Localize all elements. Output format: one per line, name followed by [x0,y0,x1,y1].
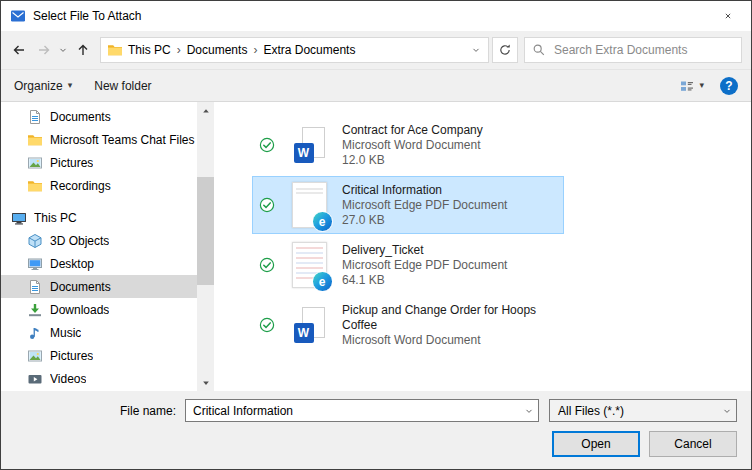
up-arrow-icon [75,42,91,58]
sidebar-item-this-pc[interactable]: This PC [1,206,197,229]
address-dropdown-button[interactable] [466,45,486,55]
search-box[interactable] [524,37,742,63]
file-name-input[interactable] [186,400,519,421]
sidebar-item-label: This PC [34,211,77,225]
sidebar-item-videos[interactable]: Videos [1,367,197,390]
close-button[interactable] [705,1,751,31]
search-icon [532,43,546,57]
sidebar-item-label: Recordings [50,179,111,193]
sidebar-item-label: Desktop [50,257,94,271]
sidebar-item-desktop[interactable]: Desktop [1,252,197,275]
sidebar-item-label: Music [50,326,81,340]
file-name-dropdown-button[interactable] [519,400,538,421]
folder-icon [27,178,43,194]
sidebar-item-label: 3D Objects [50,234,109,248]
file-type-select[interactable]: All Files (*.*) [549,399,737,422]
new-folder-label: New folder [94,79,151,93]
sidebar-item-documents[interactable]: Documents [1,275,197,298]
folder-icon [27,132,43,148]
file-icon-cell: e [280,239,338,291]
sidebar-item-3d-objects[interactable]: 3D Objects [1,229,197,252]
navigation-pane: Documents Microsoft Teams Chat Files Pic… [1,102,197,391]
sidebar-item-label: Microsoft Teams Chat Files [50,133,195,147]
file-name: Delivery_Ticket [342,243,557,258]
organize-label: Organize [14,79,63,93]
documents-icon [27,109,43,125]
scroll-up-button[interactable] [197,102,214,119]
forward-button[interactable] [31,38,56,63]
sidebar-item-music[interactable]: Music [1,321,197,344]
views-dropdown-button[interactable]: ▾ [699,81,704,90]
cancel-button[interactable]: Cancel [649,431,737,457]
file-icon-cell: W [280,119,338,171]
recent-locations-button[interactable] [56,38,70,63]
desktop-icon [27,256,43,272]
pictures-icon [27,348,43,364]
breadcrumb-this-pc[interactable]: This PC [123,38,176,62]
sidebar-item-label: Downloads [50,303,109,317]
help-icon: ? [725,79,732,93]
sync-status-icon [259,197,276,213]
change-view-icon[interactable] [679,78,695,94]
3d-objects-icon [27,233,43,249]
main-area: Documents Microsoft Teams Chat Files Pic… [1,102,751,391]
pdf-thumbnail: e [292,182,327,228]
pictures-icon [27,155,43,171]
word-badge: W [294,323,314,343]
file-row-contract-for-ace-company[interactable]: W Contract for Ace Company Microsoft Wor… [252,116,564,174]
chevron-down-icon [524,406,534,416]
new-folder-button[interactable]: New folder [94,79,151,93]
scrollbar-track[interactable] [197,119,214,374]
sidebar-item-pictures[interactable]: Pictures [1,344,197,367]
file-type-value: All Files (*.*) [558,404,717,418]
sidebar-item-microsoft-teams-chat-files[interactable]: Microsoft Teams Chat Files [1,128,197,151]
pdf-thumbnail: e [292,242,327,288]
chevron-down-icon: ▾ [68,81,73,90]
help-button[interactable]: ? [720,77,738,95]
sidebar-item-label: Videos [50,372,86,386]
organize-button[interactable]: Organize ▾ [14,79,72,93]
sidebar-scrollbar[interactable] [197,102,214,391]
app-icon [10,8,26,24]
file-name: Pickup and Change Order for Hoops Coffee [342,303,557,333]
sidebar-item-documents-quick[interactable]: Documents [1,105,197,128]
videos-icon [27,371,43,387]
file-row-delivery-ticket[interactable]: e Delivery_Ticket Microsoft Edge PDF Doc… [252,236,564,294]
breadcrumb-documents[interactable]: Documents [182,38,253,62]
edge-icon: e [312,211,333,232]
forward-arrow-icon [36,42,52,58]
file-type: Microsoft Word Document [342,333,557,348]
sidebar-item-label: Documents [50,110,111,124]
breadcrumb-extra-documents[interactable]: Extra Documents [258,38,360,62]
open-file-dialog: Select File To Attach This PC › Document… [0,0,752,470]
file-size: 64.1 KB [342,273,557,288]
search-input[interactable] [552,42,734,58]
file-name-combo [185,399,539,422]
refresh-icon [498,43,512,57]
dialog-footer: File name: All Files (*.*) Open Cancel [1,391,751,469]
back-button[interactable] [6,38,31,63]
file-name: Contract for Ace Company [342,123,557,138]
sync-status-icon [259,137,276,153]
file-type: Microsoft Word Document [342,138,557,153]
file-row-pickup-and-change-order[interactable]: W Pickup and Change Order for Hoops Coff… [252,296,564,354]
sidebar-item-pictures-quick[interactable]: Pictures [1,151,197,174]
chevron-down-icon [471,45,481,55]
up-button[interactable] [70,38,95,63]
chevron-down-icon [722,406,732,416]
file-type-dropdown-button[interactable] [717,400,736,421]
refresh-button[interactable] [492,37,518,63]
file-row-critical-information[interactable]: e Critical Information Microsoft Edge PD… [252,176,564,234]
sidebar-item-label: Pictures [50,349,93,363]
sidebar-item-label: Documents [50,280,111,294]
sidebar-item-recordings[interactable]: Recordings [1,174,197,197]
word-icon: W [294,307,325,343]
toolbar: Organize ▾ New folder ▾ ? [1,69,751,102]
scrollbar-thumb[interactable] [197,177,214,285]
sync-status-icon [259,257,276,273]
sidebar-item-downloads[interactable]: Downloads [1,298,197,321]
address-bar[interactable]: This PC › Documents › Extra Documents [100,37,489,63]
title-bar: Select File To Attach [1,1,751,31]
open-button[interactable]: Open [552,431,640,457]
scroll-down-button[interactable] [197,374,214,391]
